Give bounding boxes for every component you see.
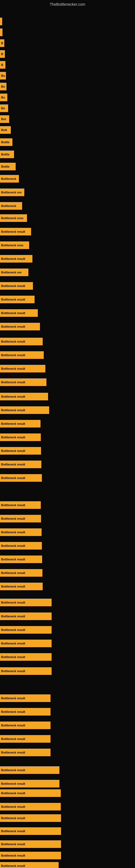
bar-label: Bottleneck result — [1, 380, 25, 384]
bar-label: B — [1, 52, 3, 56]
bar-label: Bottleneck result — [1, 670, 25, 673]
result-bar: Bottleneck result — [0, 323, 40, 330]
result-bar: Bottleneck result — [0, 803, 61, 810]
bar-row: Bottleneck result — [0, 393, 135, 400]
result-bar: Bottleneck result — [0, 694, 50, 702]
result-bar: Bottleneck result — [0, 228, 31, 236]
bar-label: Bottleneck result — [1, 517, 25, 520]
bar-label: Bottleneck result — [1, 340, 25, 343]
result-bar: Bottle — [0, 151, 14, 158]
bar-row: Bottleneck result — [0, 255, 135, 262]
result-bar: Bottleneck result — [0, 827, 61, 835]
bar-row: Bottleneck result — [0, 351, 135, 359]
bar-label: Bottleneck result — [1, 325, 25, 328]
bar-row: Bottleneck result — [0, 447, 135, 455]
bar-row: Bottleneck result — [0, 613, 135, 620]
result-bar — [0, 18, 2, 25]
bar-row: Bottleneck resu — [0, 214, 135, 222]
bar-label: Bottleneck result — [1, 395, 25, 398]
bar-row: Bottleneck result — [0, 461, 135, 468]
bar-row: Bottleneck result — [0, 827, 135, 835]
bar-label: Bottleneck result — [1, 628, 25, 631]
result-bar: Bottleneck result — [0, 653, 52, 661]
bar-label: Bottle — [1, 165, 9, 168]
bar-label: Bottleneck result — [1, 842, 25, 846]
result-bar: Bottleneck result — [0, 338, 43, 345]
bar-row: Bottleneck result — [0, 474, 135, 482]
bar-label: Bottleneck result — [1, 782, 25, 785]
bar-row: Bottleneck result — [0, 515, 135, 522]
bar-label: Bottleneck result — [1, 864, 25, 867]
bar-label: Bottleneck result — [1, 230, 25, 233]
result-bar: Bottleneck result — [0, 599, 52, 606]
result-bar: Bottleneck result — [0, 556, 42, 563]
bar-row: Bottleneck result — [0, 378, 135, 386]
bar-label: Bottleneck result — [1, 724, 25, 727]
bar-label: Bottleneck result — [1, 615, 25, 618]
bar-label: Bottleneck result — [1, 353, 25, 357]
bar-label: Bottleneck result — [1, 558, 25, 561]
bar-row: Bottleneck result — [0, 840, 135, 848]
result-bar: Bottleneck result — [0, 474, 42, 482]
bar-label: Bottleneck result — [1, 544, 25, 547]
result-bar: Bottleneck result — [0, 542, 42, 550]
result-bar: Bottleneck result — [0, 735, 50, 743]
bar-label: Bottleneck result — [1, 476, 25, 479]
bar-label: Bottleneck resu — [1, 216, 24, 220]
bar-row: Bottleneck result — [0, 640, 135, 647]
bar-row: B — [0, 50, 135, 58]
bar-label: Bottleneck result — [1, 449, 25, 453]
bar-row: Bo — [0, 83, 135, 90]
bar-row: Bottleneck result — [0, 569, 135, 577]
result-bar: B — [0, 39, 4, 47]
bar-row: Bot — [0, 115, 135, 123]
bar-label: Bottleneck result — [1, 642, 25, 645]
result-bar: Bottleneck result — [0, 255, 32, 262]
bar-label: Bo — [1, 74, 5, 77]
bar-row: Bottle — [0, 138, 135, 146]
result-bar: Bottleneck result — [0, 433, 41, 441]
bar-label: B — [1, 63, 3, 66]
bar-label: Bottleneck result — [1, 737, 25, 741]
result-bar: Bottleneck result — [0, 814, 61, 822]
bar-label: Bottleneck result — [1, 463, 25, 466]
result-bar: Bottleneck result — [0, 583, 43, 590]
bar-label: Bo — [1, 106, 5, 110]
result-bar: Bottleneck res — [0, 188, 24, 196]
result-bar: Bottleneck result — [0, 749, 50, 756]
bar-row: Bottleneck result — [0, 814, 135, 822]
result-bar: Bottleneck result — [0, 365, 45, 372]
result-bar: Bottleneck resu — [0, 214, 27, 222]
bar-row: B — [0, 39, 135, 47]
bar-label: Bottleneck result — [1, 408, 25, 412]
bar-label: Bottleneck result — [1, 805, 25, 808]
bar-label: Bottleneck result — [1, 284, 25, 287]
site-title: TheBottlenecker.com — [50, 2, 85, 6]
bar-row: Bottleneck result — [0, 583, 135, 590]
result-bar: Bottleneck result — [0, 378, 46, 386]
result-bar: Bottleneck result — [0, 667, 52, 675]
bar-row: Bottleneck result — [0, 528, 135, 536]
bar-label: Bottleneck result — [1, 830, 25, 833]
result-bar: Bott — [0, 126, 11, 134]
result-bar: Bottle — [0, 163, 16, 170]
result-bar: Bottleneck result — [0, 515, 41, 522]
result-bar: Bottleneck result — [0, 840, 61, 848]
result-bar: Bottleneck result — [0, 766, 59, 774]
bar-label: Bottleneck result — [1, 792, 25, 795]
bar-row: Bottleneck result — [0, 309, 135, 317]
result-bar: Bottleneck res — [0, 269, 28, 276]
bar-row: Bottleneck result — [0, 338, 135, 345]
result-bar: Bottleneck result — [0, 447, 41, 455]
result-bar: Bottleneck result — [0, 789, 61, 797]
bar-row: B — [0, 61, 135, 69]
bar-row: Bottleneck result — [0, 626, 135, 633]
bar-label: Bottleneck result — [1, 769, 25, 772]
result-bar: Bottleneck result — [0, 780, 59, 787]
bar-row: Bottleneck resu — [0, 241, 135, 249]
bar-row: Bottleneck result — [0, 735, 135, 743]
bar-row: Bott — [0, 126, 135, 134]
result-bar: Bottleneck result — [0, 282, 33, 290]
bar-row: Bo — [0, 94, 135, 101]
result-bar — [0, 29, 2, 36]
